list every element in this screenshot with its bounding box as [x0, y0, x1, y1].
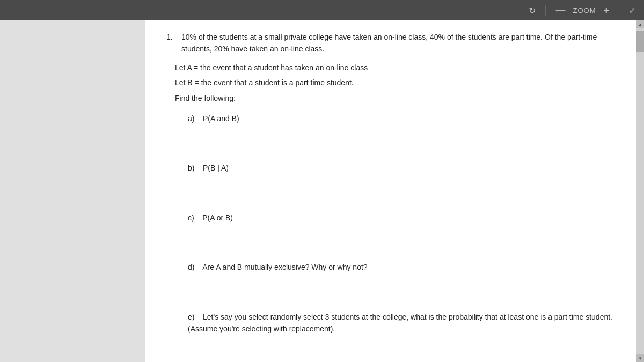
- divider-1: [545, 5, 546, 16]
- question-intro-text: 10% of the students at a small private c…: [181, 31, 615, 55]
- content-area: 1. 10% of the students at a small privat…: [145, 20, 636, 362]
- question-header: 1. 10% of the students at a small privat…: [166, 31, 615, 55]
- sub-d-label: d): [188, 263, 194, 271]
- scroll-up-arrow[interactable]: ▲: [636, 20, 644, 28]
- find-label: Find the following:: [175, 92, 615, 104]
- scrollbar[interactable]: ▲ ▼: [636, 20, 644, 362]
- scrollbar-thumb[interactable]: [636, 31, 644, 52]
- sub-e-text: Let's say you select randomly select 3 s…: [188, 313, 612, 333]
- sub-question-b: b) P(B | A): [188, 162, 615, 174]
- def-b-text: Let B = the event that a student is a pa…: [175, 78, 354, 87]
- sub-a-label: a): [188, 114, 194, 123]
- find-text: Find the following:: [175, 94, 236, 102]
- question-container: 1. 10% of the students at a small privat…: [166, 31, 615, 335]
- zoom-in-button[interactable]: +: [599, 3, 613, 18]
- def-a-text: Let A = the event that a student has tak…: [175, 63, 368, 72]
- left-sidebar: [0, 20, 145, 362]
- sub-d-text: Are A and B mutually exclusive? Why or w…: [202, 263, 367, 271]
- sub-a-text: P(A and B): [203, 114, 239, 123]
- sub-question-e: e) Let's say you select randomly select …: [188, 311, 615, 335]
- sub-b-text: P(B | A): [203, 164, 229, 172]
- main-area: 1. 10% of the students at a small privat…: [0, 20, 644, 362]
- question-number: 1.: [166, 31, 177, 55]
- zoom-out-button[interactable]: —: [551, 3, 569, 18]
- sub-b-label: b): [188, 164, 194, 172]
- sub-question-c: c) P(A or B): [188, 212, 615, 224]
- sub-question-a: a) P(A and B): [188, 113, 615, 124]
- definition-a: Let A = the event that a student has tak…: [175, 62, 615, 73]
- zoom-label: ZOOM: [573, 6, 596, 14]
- sub-e-label: e): [188, 313, 194, 321]
- scrollbar-track[interactable]: [636, 28, 644, 354]
- expand-button[interactable]: ⤢: [625, 4, 640, 17]
- sub-question-d: d) Are A and B mutually exclusive? Why o…: [188, 261, 615, 273]
- refresh-button[interactable]: ↻: [524, 3, 540, 18]
- scroll-down-arrow[interactable]: ▼: [636, 354, 644, 362]
- toolbar: ↻ — ZOOM + ⤢: [0, 0, 644, 20]
- sub-c-text: P(A or B): [202, 213, 233, 222]
- definition-b: Let B = the event that a student is a pa…: [175, 77, 615, 88]
- divider-2: [619, 5, 619, 16]
- sub-c-label: c): [188, 213, 194, 222]
